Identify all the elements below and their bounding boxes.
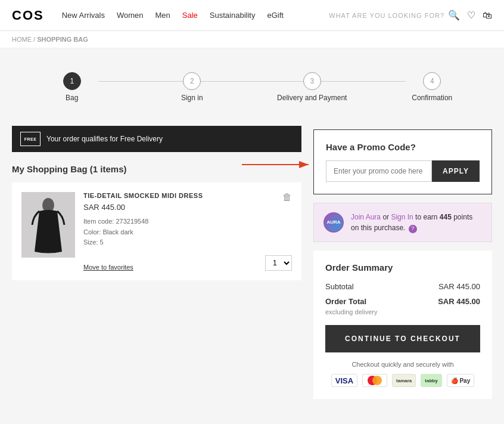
header-right: WHAT ARE YOU LOOKING FOR? 🔍 ♡ 🛍 — [329, 10, 492, 21]
free-delivery-banner: FREE Your order qualifies for Free Deliv… — [12, 126, 301, 152]
visa-payment-icon: VISA — [331, 374, 357, 387]
order-summary-title: Order Summary — [325, 262, 480, 273]
table-row: 🗑 TIE-DETAIL SMOCKED MIDI DRESS SAR 445.… — [21, 192, 292, 271]
step-label-1: Bag — [66, 94, 78, 102]
move-to-favorites-button[interactable]: Move to favorites — [83, 264, 133, 271]
svg-point-5 — [372, 376, 382, 385]
step-circle-3: 3 — [303, 72, 321, 90]
step-circle-1: 1 — [63, 72, 81, 90]
subtotal-label: Subtotal — [325, 282, 354, 291]
aura-logo-text: AURA — [326, 219, 340, 226]
search-icon[interactable]: 🔍 — [448, 10, 460, 21]
secure-checkout-text: Checkout quickly and securely with — [325, 361, 480, 368]
checkout-stepper: 1 Bag 2 Sign in 3 Delivery and Payment 4… — [12, 72, 492, 102]
main-content: 1 Bag 2 Sign in 3 Delivery and Payment 4… — [0, 48, 504, 411]
promo-code-input[interactable] — [326, 160, 432, 182]
step-confirm: 4 Confirmation — [372, 72, 493, 102]
product-image — [21, 192, 75, 258]
breadcrumb-separator: / — [33, 36, 35, 43]
search-area: WHAT ARE YOU LOOKING FOR? 🔍 — [329, 10, 460, 21]
apple-pay-icon: 🍎 Pay — [447, 374, 475, 387]
step-label-3: Delivery and Payment — [277, 94, 347, 102]
item-actions: Move to favorites 1 2 3 — [83, 255, 292, 271]
order-right-panel: Have a Promo Code? APPLY AURA Join Aura … — [313, 126, 492, 399]
nav-sustainability[interactable]: Sustainability — [210, 11, 256, 20]
breadcrumb: HOME / SHOPPING BAG — [0, 31, 504, 48]
breadcrumb-current: SHOPPING BAG — [37, 36, 88, 43]
nav-egift[interactable]: eGift — [267, 11, 283, 20]
step-bag: 1 Bag — [12, 72, 132, 102]
step-label-4: Confirmation — [412, 94, 452, 102]
free-delivery-message: Your order qualifies for Free Delivery — [46, 135, 163, 143]
nav-new-arrivals[interactable]: New Arrivals — [62, 11, 105, 20]
content-area: FREE Your order qualifies for Free Deliv… — [12, 126, 492, 399]
quantity-selector[interactable]: 1 2 3 — [265, 255, 292, 271]
search-label: WHAT ARE YOU LOOKING FOR? — [329, 12, 444, 19]
step-circle-4: 4 — [423, 72, 441, 90]
aura-logo-icon: AURA — [323, 212, 344, 233]
help-icon[interactable]: ? — [409, 225, 417, 233]
aura-message: Join Aura or Sign In to earn 445 points … — [351, 212, 482, 233]
subtotal-value: SAR 445.00 — [438, 282, 480, 291]
wishlist-area: ♡ — [467, 10, 475, 21]
join-aura-link[interactable]: Join Aura — [351, 213, 381, 221]
item-name: TIE-DETAIL SMOCKED MIDI DRESS — [83, 192, 292, 199]
payment-icons-row: VISA tamara tabby 🍎 Pay — [325, 374, 480, 387]
bag-card: 🗑 TIE-DETAIL SMOCKED MIDI DRESS SAR 445.… — [12, 182, 301, 280]
total-value: SAR 445.00 — [438, 297, 480, 306]
item-size: Size: 5 — [83, 237, 292, 248]
promo-input-row: APPLY — [326, 160, 480, 182]
breadcrumb-home[interactable]: HOME — [12, 36, 32, 43]
free-delivery-icon: FREE — [20, 132, 41, 146]
item-code: Item code: 273219548 — [83, 216, 292, 227]
continue-to-checkout-button[interactable]: CONTINUE TO CHECKOUT — [325, 325, 480, 352]
order-summary-box: Order Summary Subtotal SAR 445.00 Order … — [313, 250, 492, 399]
logo[interactable]: COS — [12, 8, 44, 23]
nav-women[interactable]: Women — [117, 11, 144, 20]
step-circle-2: 2 — [183, 72, 201, 90]
delete-item-button[interactable]: 🗑 — [282, 192, 292, 203]
item-price: SAR 445.00 — [83, 203, 292, 212]
aura-loyalty-box: AURA Join Aura or Sign In to earn 445 po… — [313, 203, 492, 242]
subtotal-row: Subtotal SAR 445.00 — [325, 282, 480, 291]
mastercard-payment-icon — [362, 374, 387, 387]
apply-promo-button[interactable]: APPLY — [432, 160, 480, 182]
step-label-2: Sign in — [181, 94, 203, 102]
nav-men[interactable]: Men — [155, 11, 170, 20]
arrow-indicator — [242, 156, 313, 174]
tamara-payment-icon: tamara — [392, 374, 416, 387]
excl-delivery-row: excluding delivery — [325, 308, 480, 315]
wishlist-icon[interactable]: ♡ — [467, 10, 475, 21]
step-delivery: 3 Delivery and Payment — [252, 72, 372, 102]
promo-code-box: Have a Promo Code? APPLY — [313, 129, 492, 194]
tabby-payment-icon: tabby — [421, 374, 441, 387]
total-label: Order Total — [325, 297, 366, 306]
item-details: 🗑 TIE-DETAIL SMOCKED MIDI DRESS SAR 445.… — [83, 192, 292, 271]
item-meta: Item code: 273219548 Color: Black dark S… — [83, 216, 292, 248]
nav-sale[interactable]: Sale — [182, 11, 198, 20]
step-signin: 2 Sign in — [132, 72, 253, 102]
promo-title: Have a Promo Code? — [326, 142, 480, 152]
sign-in-link[interactable]: Sign In — [391, 213, 413, 221]
main-nav: New Arrivals Women Men Sale Sustainabili… — [62, 11, 329, 20]
item-color: Color: Black dark — [83, 227, 292, 238]
header: COS New Arrivals Women Men Sale Sustaina… — [0, 0, 504, 31]
excl-delivery-text: excluding delivery — [325, 308, 377, 315]
cart-icon[interactable]: 🛍 — [483, 10, 492, 21]
aura-points: 445 — [440, 213, 452, 221]
total-row: Order Total SAR 445.00 — [325, 297, 480, 306]
mastercard-svg — [366, 375, 383, 386]
